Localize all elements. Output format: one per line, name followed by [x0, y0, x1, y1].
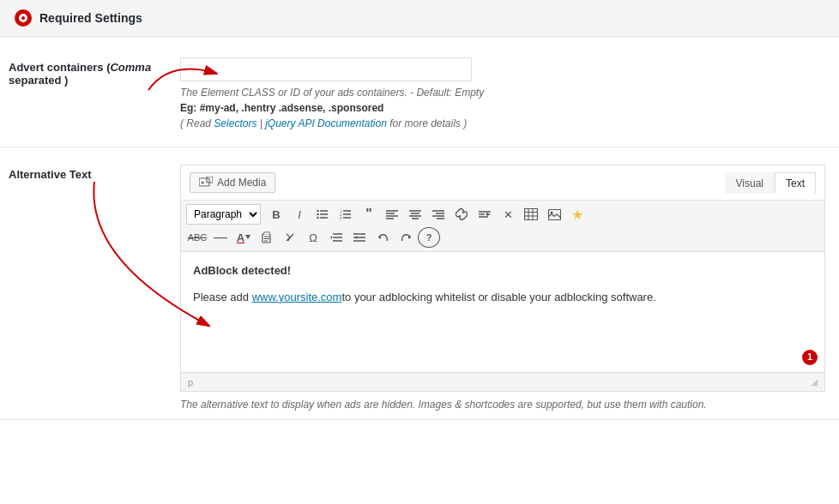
advert-field-content: The Element CLASS or ID of your ads cont… — [180, 57, 825, 129]
alternative-label: Alternative Text — [9, 165, 163, 181]
redo-button[interactable] — [395, 227, 417, 248]
svg-point-12 — [317, 217, 318, 219]
advert-hint3: ( Read Selectors | jQuery API Documentat… — [180, 117, 825, 129]
editor-paragraph: Please add www.yoursite.comto your adblo… — [193, 289, 812, 307]
svg-text:3.: 3. — [340, 216, 342, 220]
page-wrapper: Required Settings Advert containers (Com… — [0, 0, 839, 504]
svg-marker-57 — [408, 235, 411, 239]
add-media-button[interactable]: Add Media — [190, 172, 275, 193]
notification-badge: 1 — [802, 350, 818, 365]
indent-button[interactable] — [348, 227, 371, 248]
bold-button[interactable]: B — [265, 204, 287, 225]
undo-button[interactable] — [371, 227, 394, 248]
svg-rect-35 — [525, 209, 538, 220]
clear-format-button[interactable] — [279, 227, 301, 248]
alternative-hint: The alternative text to display when ads… — [180, 399, 825, 411]
svg-marker-42 — [245, 235, 250, 239]
advert-hint2: Eg: #my-ad, .hentry .adsense, .sponsored — [180, 102, 825, 114]
editor-wrapper: Add Media Visual Text Paragraph B I — [180, 165, 825, 392]
text-color-button[interactable]: A — [232, 227, 255, 248]
align-left-button[interactable] — [381, 204, 403, 225]
selectors-link[interactable]: Selectors — [214, 117, 257, 129]
fullscreen-button[interactable]: ✕ — [497, 204, 519, 225]
add-media-bar: Add Media Visual Text — [181, 165, 824, 201]
help-button[interactable]: ? — [418, 227, 440, 248]
svg-marker-51 — [330, 236, 332, 239]
resize-handle[interactable]: ◢ — [811, 376, 818, 387]
media-icon — [199, 177, 213, 189]
alternative-field-content: Add Media Visual Text Paragraph B I — [180, 165, 825, 411]
svg-marker-34 — [486, 213, 491, 216]
link-button[interactable] — [450, 204, 473, 225]
tab-text[interactable]: Text — [775, 172, 816, 194]
svg-marker-56 — [378, 235, 381, 239]
advert-label: Advert containers (Comma separated ) — [9, 57, 163, 87]
outdent-button[interactable] — [325, 227, 347, 248]
toolbar-row-1: Paragraph B I 1.2.3. " — [186, 204, 819, 225]
header-title: Required Settings — [39, 11, 142, 25]
align-right-button[interactable] — [427, 204, 450, 225]
italic-button[interactable]: I — [288, 204, 311, 225]
editor-tag: p — [188, 377, 193, 387]
unordered-list-button[interactable] — [311, 204, 334, 225]
editor-link[interactable]: www.yoursite.com — [252, 291, 342, 303]
advert-input[interactable] — [180, 57, 472, 81]
jquery-api-link[interactable]: jQuery API Documentation — [265, 117, 387, 129]
editor-toolbar: Paragraph B I 1.2.3. " — [181, 201, 824, 252]
plugin-icon — [14, 9, 33, 27]
svg-point-10 — [317, 210, 318, 212]
toolbar-row-2: ABC — A Ω — [186, 227, 819, 248]
advert-field-row: Advert containers (Comma separated ) The… — [0, 37, 839, 147]
editor-tabs-container: Visual Text — [725, 172, 816, 193]
special-char-button[interactable]: Ω — [302, 227, 324, 248]
svg-marker-55 — [356, 236, 358, 239]
paste-text-button[interactable] — [256, 227, 278, 248]
editor-heading: AdBlock detected! — [193, 262, 812, 280]
tab-visual[interactable]: Visual — [725, 172, 775, 194]
advert-hint1: The Element CLASS or ID of your ads cont… — [180, 87, 825, 99]
svg-point-2 — [21, 16, 25, 20]
image-button[interactable] — [543, 204, 565, 225]
svg-point-11 — [317, 213, 318, 215]
header-bar: Required Settings — [0, 0, 839, 37]
svg-rect-44 — [264, 233, 269, 235]
more-button[interactable] — [474, 204, 496, 225]
strikethrough-button[interactable]: ABC — [186, 227, 208, 248]
horizontal-rule-button[interactable]: — — [209, 227, 232, 248]
editor-footer: p ◢ — [181, 372, 824, 391]
alternative-field-row: Alternative Text Add Media — [0, 147, 839, 420]
paragraph-select[interactable]: Paragraph — [186, 204, 261, 225]
align-center-button[interactable] — [404, 204, 426, 225]
ordered-list-button[interactable]: 1.2.3. — [335, 204, 357, 225]
editor-content-area[interactable]: AdBlock detected! Please add www.yoursit… — [181, 252, 824, 372]
star-button[interactable]: ★ — [566, 204, 589, 225]
table-button[interactable] — [520, 204, 542, 225]
blockquote-button[interactable]: " — [358, 204, 380, 225]
